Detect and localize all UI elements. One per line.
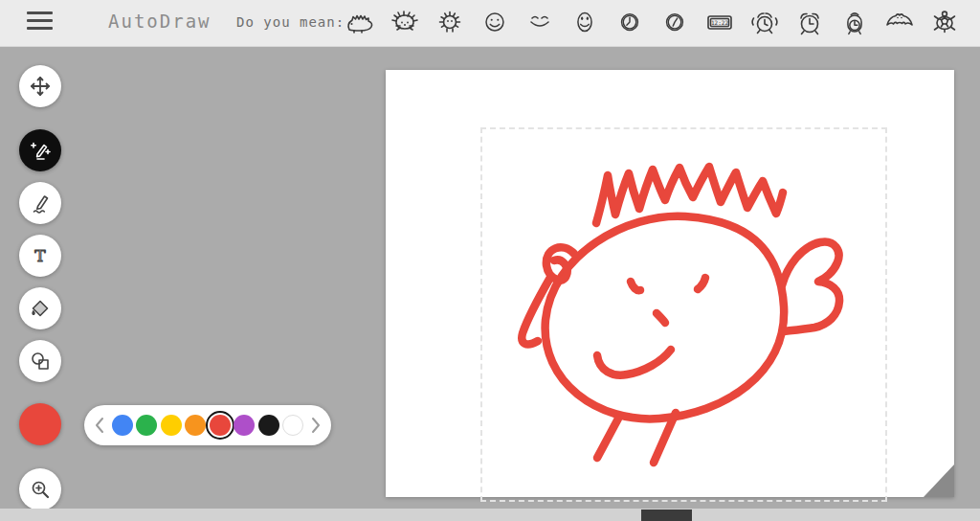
digital-clock-display: 12:22 <box>710 19 727 26</box>
color-swatch-red[interactable] <box>210 415 231 436</box>
color-palette <box>84 405 331 445</box>
wall-clock-2-icon[interactable] <box>652 4 697 42</box>
palette-chevron-right-icon[interactable] <box>307 415 324 436</box>
color-swatch-white[interactable] <box>282 415 303 436</box>
type-tool-glyph: T <box>34 246 46 265</box>
doodle-nose <box>657 313 665 323</box>
draw-tool-button[interactable] <box>19 182 61 224</box>
alarm-clock-ringing-icon[interactable] <box>742 4 787 42</box>
spiky-hedgehog-icon[interactable] <box>427 4 472 42</box>
turtle-icon[interactable] <box>922 4 967 42</box>
fill-tool-button[interactable] <box>19 287 61 329</box>
alarm-clock-icon[interactable] <box>787 4 832 42</box>
autodraw-app: AutoDraw Do you mean: <box>0 0 980 521</box>
zoom-tool-button[interactable] <box>19 468 61 510</box>
do-you-mean-label: Do you mean: <box>236 14 345 30</box>
top-bar: AutoDraw Do you mean: <box>0 0 980 47</box>
color-swatch-green[interactable] <box>136 415 157 436</box>
suggestion-row: 12:22 <box>337 0 967 46</box>
app-title: AutoDraw <box>108 11 212 32</box>
color-swatch-black[interactable] <box>258 415 279 436</box>
doodle-right-ear <box>782 242 839 331</box>
color-swatch-orange[interactable] <box>185 415 206 436</box>
type-tool-button[interactable]: T <box>19 235 61 277</box>
digital-clock-icon[interactable]: 12:22 <box>697 4 742 42</box>
palette-chevron-left-icon[interactable] <box>91 415 108 436</box>
color-swatch-yellow[interactable] <box>161 415 182 436</box>
bottom-sheet-handle[interactable] <box>641 510 692 521</box>
stingray-icon[interactable] <box>877 4 922 42</box>
doodle-left-eye <box>631 282 640 290</box>
smiley-face-icon[interactable] <box>472 4 517 42</box>
shape-tool-button[interactable] <box>19 340 61 382</box>
wall-clock-icon[interactable] <box>607 4 652 42</box>
bottom-strip <box>0 509 980 521</box>
select-tool-button[interactable] <box>19 65 61 107</box>
menu-hamburger-icon[interactable] <box>27 11 53 31</box>
doodle-mouth <box>597 350 671 375</box>
alarm-clock-square-icon[interactable] <box>832 4 877 42</box>
color-swatch-purple[interactable] <box>234 415 255 436</box>
color-swatch-blue[interactable] <box>112 415 133 436</box>
color-swatch-button[interactable] <box>19 403 61 445</box>
user-doodle-face <box>386 70 954 497</box>
doodle-right-eye <box>698 278 705 289</box>
porcupine-icon[interactable] <box>382 4 427 42</box>
hedgehog-icon[interactable] <box>337 4 382 42</box>
autodraw-tool-button[interactable] <box>19 129 61 171</box>
smiley-oval-icon[interactable] <box>562 4 607 42</box>
smile-icon[interactable] <box>517 4 562 42</box>
